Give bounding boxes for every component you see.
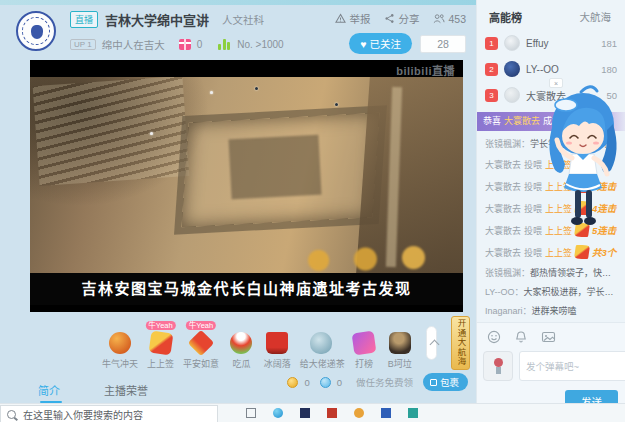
viewers-icon — [433, 13, 445, 24]
avatar — [504, 87, 520, 103]
video-frame-excavation-site — [30, 77, 463, 273]
image-icon[interactable] — [541, 330, 556, 344]
gold-seed-icon — [287, 377, 298, 388]
gift-item[interactable]: 打榜 — [351, 322, 378, 370]
emoji-icon[interactable] — [487, 330, 501, 344]
app-icon[interactable] — [327, 408, 337, 418]
video-gold-logo — [303, 245, 433, 273]
bell-icon[interactable] — [514, 330, 528, 344]
avatar — [504, 35, 520, 51]
rank-chart-icon — [218, 39, 231, 50]
gift-item[interactable]: 冰阔落 — [264, 322, 291, 370]
windows-taskbar: 在这里输入你要搜索的内容 — [0, 403, 625, 422]
niu-yeah-badge: 牛Yeah — [145, 321, 175, 330]
rank-1-badge: 1 — [485, 37, 498, 50]
live-badge: 直播 — [70, 11, 98, 28]
app-icon[interactable] — [408, 408, 418, 418]
avatar — [504, 61, 520, 77]
gift-tea-icon — [310, 332, 332, 354]
silver-seed-icon — [320, 377, 331, 388]
fan-medal-selector[interactable] — [483, 351, 513, 381]
tab-high-energy-rank[interactable]: 高能榜 — [489, 9, 522, 25]
gift-bull-icon — [109, 332, 131, 354]
room-title: 吉林大学绵中宣讲 — [105, 10, 209, 29]
taskbar-search-input[interactable]: 在这里输入你要搜索的内容 — [0, 405, 218, 422]
bilibili-live-watermark: bilibili直播 — [396, 62, 455, 78]
streamer-avatar[interactable] — [16, 11, 56, 51]
room-header: 直播 吉林大学绵中宣讲 人文社科 UP 1 绵中人在吉大 0 No. >1000… — [12, 7, 468, 57]
silver-seed-count: 0 — [337, 377, 342, 388]
gift-pingan-icon — [188, 330, 214, 356]
gift-item[interactable]: 牛Yeah上上签 — [147, 322, 174, 370]
task-link[interactable]: 做任务免费领 — [356, 375, 413, 389]
app-icon[interactable] — [381, 408, 391, 418]
room-rank[interactable]: No. >1000 — [237, 39, 283, 50]
video-player[interactable]: bilibili直播 吉林安图宝马城金代长白山神庙遗址考古发现 — [30, 60, 463, 312]
gift-item[interactable]: 给大佬递茶 — [300, 322, 342, 370]
app-icon[interactable] — [300, 408, 310, 418]
package-button[interactable]: 包裹 — [423, 373, 468, 391]
warning-icon — [335, 13, 346, 24]
chat-message: 张镜楓渊：都热情领袋子，快进群 — [485, 267, 620, 280]
chevron-up-icon[interactable] — [426, 326, 437, 360]
rank-2-badge: 2 — [485, 63, 498, 76]
live-room-mascot[interactable] — [539, 84, 625, 242]
video-subtitle: 吉林安图宝马城金代长白山神庙遗址考古发现 — [30, 273, 463, 305]
gift-message: 大寰散去投喂上上签共3个 — [485, 245, 620, 259]
gift-cola-icon — [266, 332, 288, 354]
heart-icon: ♥ — [360, 38, 366, 50]
viewer-count: 453 — [433, 13, 466, 25]
share-button[interactable]: 分享 — [384, 11, 419, 26]
gold-seed-count: 0 — [304, 377, 309, 388]
gift-item[interactable]: 牛气冲天 — [102, 322, 138, 370]
gift-count-icon — [179, 39, 191, 50]
gift-sign-icon — [148, 331, 173, 356]
up-badge: UP 1 — [70, 39, 96, 50]
gift-bar: 牛气冲天 牛Yeah上上签 牛Yeah平安如意 吃瓜 冰阔落 给大佬递茶 打榜 … — [30, 316, 470, 391]
danmaku-input-wrap: 0/20 — [519, 351, 625, 381]
gift-melon-icon — [230, 332, 252, 354]
danmaku-input[interactable] — [520, 361, 625, 372]
followed-button[interactable]: ♥已关注 — [349, 33, 412, 54]
rank-3-badge: 3 — [485, 89, 498, 102]
share-icon — [384, 13, 395, 24]
area-tag[interactable]: 人文社科 — [222, 12, 264, 27]
edge-browser-icon[interactable] — [273, 408, 283, 418]
niu-yeah-badge: 牛Yeah — [186, 321, 216, 330]
open-fleet-banner[interactable]: 开通大航海 — [451, 316, 470, 370]
task-view-icon[interactable] — [246, 408, 256, 418]
tab-fleet[interactable]: 大航海 — [580, 9, 612, 25]
chat-message: LY--OO：大家积极进群，学长学姐都等不及了 — [485, 286, 620, 299]
report-button[interactable]: 举报 — [335, 11, 370, 26]
gift-item[interactable]: 吃瓜 — [228, 322, 255, 370]
tab-anchor-honor[interactable]: 主播荣誉 — [104, 382, 148, 403]
gift-daban-icon — [352, 331, 377, 356]
chat-message: Inaganari：进群来唠嗑 — [485, 305, 620, 318]
rank-row[interactable]: 1 Effuy 181 — [477, 30, 625, 56]
gift-item[interactable]: B坷垃 — [386, 322, 413, 370]
gift-sign-icon — [574, 245, 590, 259]
room-info-tabs: 简介 主播荣誉 — [38, 382, 148, 403]
live-room-page: 直播 吉林大学绵中宣讲 人文社科 UP 1 绵中人在吉大 0 No. >1000… — [0, 0, 625, 422]
gift-count: 0 — [197, 39, 203, 50]
streamer-name[interactable]: 绵中人在吉大 — [102, 37, 165, 52]
package-icon — [430, 379, 437, 386]
app-icon[interactable] — [354, 408, 364, 418]
tab-intro[interactable]: 简介 — [38, 382, 60, 403]
fans-count: 28 — [420, 35, 466, 53]
gift-bkela-icon — [389, 332, 411, 354]
gift-item[interactable]: 牛Yeah平安如意 — [183, 322, 219, 370]
